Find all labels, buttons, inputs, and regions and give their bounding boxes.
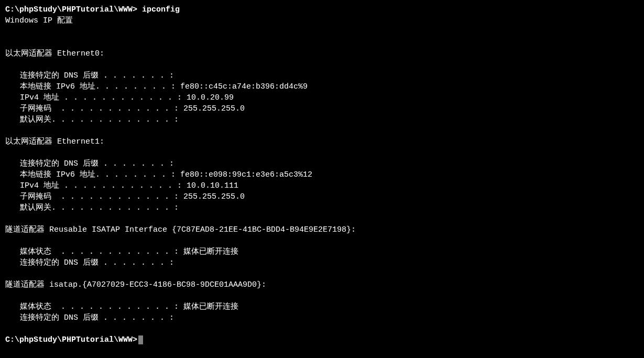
adapter-title: 以太网适配器 Ethernet1:	[5, 136, 639, 147]
command-line: C:\phpStudy\PHPTutorial\WWW> ipconfig	[5, 4, 639, 15]
adapter-property: 连接特定的 DNS 后缀 . . . . . . . :	[5, 70, 639, 81]
adapter-title: 以太网适配器 Ethernet0:	[5, 48, 639, 59]
adapter-property: 媒体状态 . . . . . . . . . . . . : 媒体已断开连接	[5, 301, 639, 312]
adapter-property: 连接特定的 DNS 后缀 . . . . . . . :	[5, 158, 639, 169]
adapter-property: 默认网关. . . . . . . . . . . . . :	[5, 114, 639, 125]
active-prompt-line[interactable]: C:\phpStudy\PHPTutorial\WWW>	[5, 334, 639, 345]
adapter-property: IPv4 地址 . . . . . . . . . . . . : 10.0.2…	[5, 92, 639, 103]
adapter-title: 隧道适配器 isatap.{A7027029-ECC3-4186-BC98-9D…	[5, 279, 639, 290]
prompt: C:\phpStudy\PHPTutorial\WWW>	[5, 334, 137, 345]
terminal-output[interactable]: C:\phpStudy\PHPTutorial\WWW> ipconfig Wi…	[5, 4, 639, 345]
adapter-property: 连接特定的 DNS 后缀 . . . . . . . :	[5, 257, 639, 268]
blank-line	[5, 268, 639, 279]
cursor-block	[138, 335, 143, 344]
blank-line	[5, 213, 639, 224]
ip-header: Windows IP 配置	[5, 15, 639, 26]
adapter-property: 默认网关. . . . . . . . . . . . . :	[5, 202, 639, 213]
blank-line	[5, 323, 639, 334]
blank-line	[5, 37, 639, 48]
blank-line	[5, 125, 639, 136]
adapter-property: 媒体状态 . . . . . . . . . . . . : 媒体已断开连接	[5, 246, 639, 257]
adapter-property: 子网掩码 . . . . . . . . . . . . : 255.255.2…	[5, 191, 639, 202]
adapter-property: 连接特定的 DNS 后缀 . . . . . . . :	[5, 312, 639, 323]
blank-line	[5, 147, 639, 158]
blank-line	[5, 26, 639, 37]
adapter-property: 子网掩码 . . . . . . . . . . . . : 255.255.2…	[5, 103, 639, 114]
adapter-property: 本地链接 IPv6 地址. . . . . . . . : fe80::c45c…	[5, 81, 639, 92]
adapter-title: 隧道适配器 Reusable ISATAP Interface {7C87EAD…	[5, 224, 639, 235]
blank-line	[5, 290, 639, 301]
adapter-property: IPv4 地址 . . . . . . . . . . . . : 10.0.1…	[5, 180, 639, 191]
blank-line	[5, 235, 639, 246]
prompt: C:\phpStudy\PHPTutorial\WWW>	[5, 5, 137, 14]
blank-line	[5, 59, 639, 70]
command-text: ipconfig	[142, 5, 180, 14]
adapter-property: 本地链接 IPv6 地址. . . . . . . . : fe80::e098…	[5, 169, 639, 180]
